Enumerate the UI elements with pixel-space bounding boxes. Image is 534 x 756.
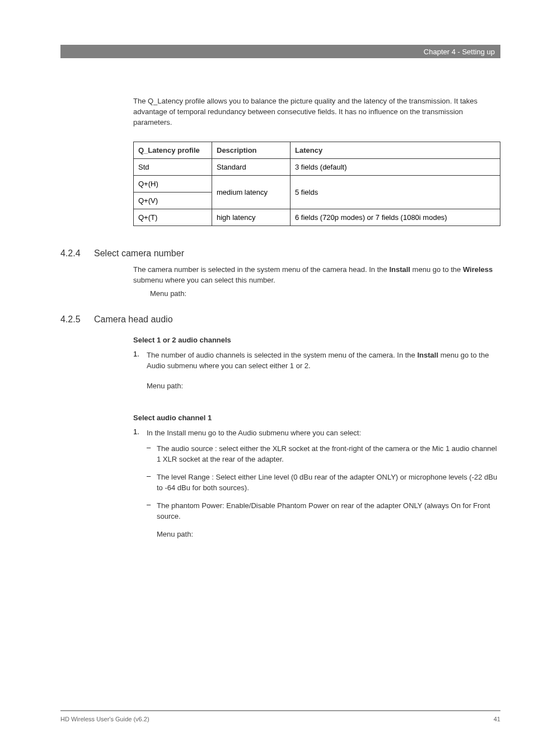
section-heading-row: 4.2.4 Select camera number [60, 248, 500, 259]
menu-path-label: Menu path: [147, 381, 500, 392]
text-span: menu go to the [410, 265, 463, 274]
intro-paragraph: The Q_Latency profile allows you to bala… [133, 96, 500, 128]
page-footer: HD Wireless User's Guide (v6.2) 41 [60, 710, 500, 722]
footer-left: HD Wireless User's Guide (v6.2) [60, 716, 149, 722]
text-span: submenu where you can select this number… [133, 276, 275, 284]
cell-description: medium latency [212, 175, 291, 209]
cell-description: high latency [212, 209, 291, 226]
latency-table: Q_Latency profile Description Latency St… [133, 142, 500, 226]
th-latency: Latency [291, 142, 500, 158]
table-header-row: Q_Latency profile Description Latency [134, 142, 500, 158]
bullet-dash: – [147, 500, 157, 522]
page-header: Chapter 4 - Setting up [60, 45, 500, 58]
menu-path-label: Menu path: [157, 530, 500, 538]
bold-text: Install [389, 265, 410, 274]
cell-latency: 5 fields [291, 175, 500, 209]
bold-text: Install [417, 351, 438, 359]
section-heading-row: 4.2.5 Camera head audio [60, 314, 500, 325]
section-425: 4.2.5 Camera head audio Select 1 or 2 au… [133, 314, 500, 538]
section-number: 4.2.4 [60, 248, 94, 259]
section-number: 4.2.5 [60, 314, 94, 325]
bullet-dash: – [147, 443, 157, 465]
chapter-label: Chapter 4 - Setting up [424, 48, 495, 56]
item-content: The number of audio channels is selected… [147, 350, 500, 403]
cell-profile: Std [134, 158, 212, 175]
footer-page-number: 41 [494, 716, 500, 722]
item-number: 1. [133, 428, 147, 439]
bullet-item: – The phantom Power: Enable/Disable Phan… [147, 500, 500, 522]
bullet-item: – The level Range : Select either Line l… [147, 472, 500, 494]
table-row: Q+(T) high latency 6 fields (720p modes)… [134, 209, 500, 226]
th-profile: Q_Latency profile [134, 142, 212, 158]
bullet-item: – The audio source : select either the X… [147, 443, 500, 465]
section-424: 4.2.4 Select camera number The camera nu… [133, 248, 500, 298]
numbered-item: 1. The number of audio channels is selec… [133, 350, 500, 403]
subsection-title: Select 1 or 2 audio channels [133, 336, 500, 344]
numbered-item: 1. In the Install menu go to the Audio s… [133, 428, 500, 439]
table-row: Std Standard 3 fields (default) [134, 158, 500, 175]
section-title: Select camera number [94, 248, 184, 259]
bullet-content: The level Range : Select either Line lev… [157, 472, 500, 494]
cell-latency: 6 fields (720p modes) or 7 fields (1080i… [291, 209, 500, 226]
menu-path-label: Menu path: [150, 289, 500, 298]
cell-profile: Q+(V) [134, 192, 212, 209]
text-span: The camera number is selected in the sys… [133, 265, 389, 274]
subsection-title: Select audio channel 1 [133, 414, 500, 422]
section-title: Camera head audio [94, 314, 173, 325]
table-row: Q+(H) medium latency 5 fields [134, 175, 500, 192]
cell-latency: 3 fields (default) [291, 158, 500, 175]
bullet-content: The audio source : select either the XLR… [157, 443, 500, 465]
page-content: The Q_Latency profile allows you to bala… [133, 96, 500, 538]
bullet-content: The phantom Power: Enable/Disable Phanto… [157, 500, 500, 522]
th-description: Description [212, 142, 291, 158]
cell-profile: Q+(H) [134, 175, 212, 192]
bold-text: Wireless [463, 265, 493, 274]
cell-description: Standard [212, 158, 291, 175]
cell-profile: Q+(T) [134, 209, 212, 226]
bullet-dash: – [147, 472, 157, 494]
text-span: The number of audio channels is selected… [147, 351, 417, 359]
section-body: The camera number is selected in the sys… [133, 264, 500, 286]
item-number: 1. [133, 350, 147, 403]
item-content: In the Install menu go to the Audio subm… [147, 428, 500, 439]
